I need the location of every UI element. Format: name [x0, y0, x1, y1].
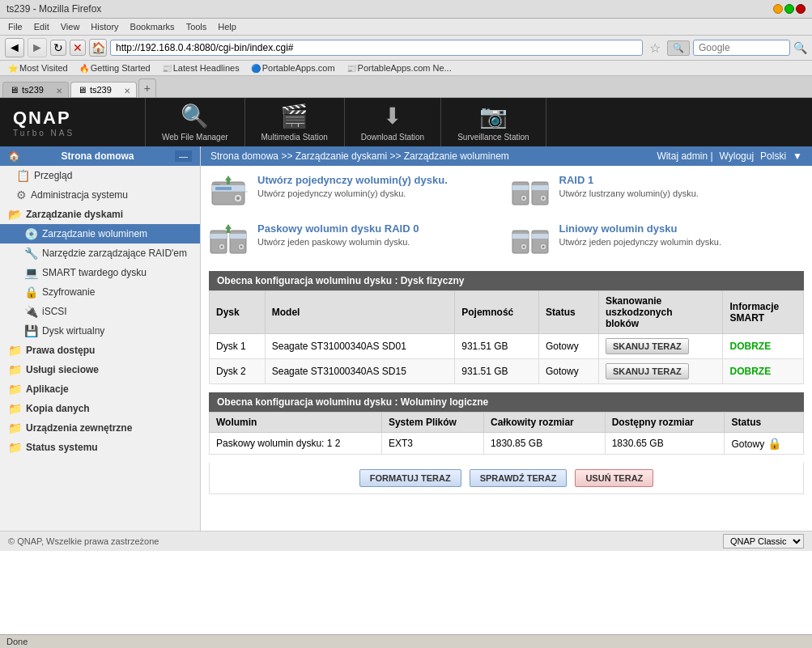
tab-1-close[interactable]: ✕ [53, 85, 65, 96]
bookmark-latest-headlines[interactable]: 📰 Latest Headlines [159, 62, 243, 74]
bookmark-getting-started[interactable]: 🔥 Getting Started [76, 62, 154, 74]
search-go-button[interactable]: 🔍 [793, 41, 807, 54]
sidebar-item-dysk-wirtualny[interactable]: 💾 Dysk wirtualny [0, 321, 200, 341]
sidebar-header: 🏠 Strona domowa — [0, 146, 200, 166]
smart-icon: 💻 [24, 266, 38, 279]
sidebar-section-uslugi[interactable]: 📁 Usługi sieciowe [0, 360, 200, 379]
uslugi-icon: 📁 [8, 363, 22, 376]
disk1-scan-button[interactable]: SKANUJ TERAZ [606, 338, 689, 354]
minimize-btn[interactable] [773, 4, 783, 14]
action-buttons-bar: FORMATUJ TERAZ SPRAWDŹ TERAZ USUŃ TERAZ [209, 463, 804, 494]
close-btn[interactable] [796, 4, 806, 14]
sidebar-section-zarzadzanie[interactable]: 📂 Zarządzanie dyskami [0, 205, 200, 224]
menu-history[interactable]: History [87, 20, 121, 33]
nav-web-file-manager[interactable]: 🔍 Web File Manager [146, 98, 245, 146]
bookmark-star[interactable]: ☆ [646, 40, 664, 56]
bookmark-most-visited-label: Most Visited [19, 63, 68, 73]
raid0-disk-icon [209, 222, 249, 263]
sidebar-section-prawa[interactable]: 📁 Prawa dostępu [0, 341, 200, 360]
tab-2[interactable]: 🖥 ts239 ✕ [70, 82, 137, 97]
sidebar-item-szyfrowanie[interactable]: 🔒 Szyfrowanie [0, 282, 200, 302]
raid1-disk-svg [511, 174, 550, 213]
svg-rect-7 [214, 201, 220, 202]
nav-web-file-manager-label: Web File Manager [162, 133, 228, 142]
forward-button[interactable]: ► [28, 38, 47, 57]
tab-2-close[interactable]: ✕ [121, 85, 133, 96]
nav-surveillance-station[interactable]: 📷 Surveillance Station [441, 98, 546, 146]
sidebar-item-wolumin[interactable]: 💿 Zarządzanie woluminem [0, 224, 200, 244]
disk2-smart: DOBRZE [723, 359, 804, 384]
check-button[interactable]: SPRAWDŹ TERAZ [470, 469, 568, 487]
volume-type-raid0[interactable]: Paskowy wolumin dysku RAID 0 Utwórz jede… [209, 222, 503, 263]
stop-button[interactable]: ✕ [70, 40, 86, 56]
breadcrumb: Strona domowa >> Zarządzanie dyskami >> … [201, 146, 812, 166]
qnap-header: QNAP Turbo NAS 🔍 Web File Manager 🎬 Mult… [0, 98, 812, 146]
back-button[interactable]: ◄ [5, 38, 24, 57]
svg-rect-30 [512, 234, 529, 239]
vol1-fs: EXT3 [381, 433, 483, 455]
raid0-volume-title[interactable]: Paskowy wolumin dysku RAID 0 [257, 222, 419, 235]
portableapps-ne-icon: 📰 [346, 64, 356, 73]
linear-volume-info: Liniowy wolumin dysku Utwórz jeden pojed… [559, 222, 722, 247]
svg-rect-20 [210, 234, 227, 239]
new-tab-button[interactable]: + [138, 78, 156, 97]
raid1-volume-info: RAID 1 Utwórz lustrzany wolumin(y) dysku… [559, 174, 699, 198]
bookmark-portableapps-ne[interactable]: 📰 PortableApps.com Ne... [343, 62, 455, 74]
logout-link[interactable]: Wyloguj [720, 150, 755, 162]
sidebar-section-kopia[interactable]: 📁 Kopia danych [0, 399, 200, 418]
getting-started-icon: 🔥 [79, 64, 89, 73]
disk2-scan-button[interactable]: SKANUJ TERAZ [606, 363, 689, 379]
sidebar: 🏠 Strona domowa — 📋 Przegląd ⚙ Administr… [0, 146, 201, 531]
raid1-disk-icon [511, 174, 551, 214]
format-button[interactable]: FORMATUJ TERAZ [359, 469, 461, 487]
nav-multimedia-station[interactable]: 🎬 Multimedia Station [245, 98, 345, 146]
sidebar-section-aplikacje[interactable]: 📁 Aplikacje [0, 379, 200, 399]
disk1-model: Seagate ST31000340AS SD01 [265, 334, 455, 359]
language-icon: ▼ [793, 150, 802, 162]
volume-type-raid1[interactable]: RAID 1 Utwórz lustrzany wolumin(y) dysku… [511, 174, 805, 214]
raid1-volume-title[interactable]: RAID 1 [559, 174, 699, 186]
bookmark-most-visited[interactable]: ⭐ Most Visited [5, 62, 71, 74]
linear-volume-title[interactable]: Liniowy wolumin dysku [559, 222, 722, 235]
col-pojemnosc: Pojemność [455, 291, 539, 334]
sidebar-item-iscsi[interactable]: 🔌 iSCSI [0, 302, 200, 321]
menu-help[interactable]: Help [215, 20, 240, 33]
sidebar-item-smart[interactable]: 💻 SMART twardego dysku [0, 263, 200, 282]
volume-type-single[interactable]: Utwórz pojedynczy wolumin(y) dysku. Utwó… [209, 174, 503, 214]
raid1-volume-desc: Utwórz lustrzany wolumin(y) dysku. [559, 188, 699, 198]
menu-file[interactable]: File [5, 20, 26, 33]
qnap-application: QNAP Turbo NAS 🔍 Web File Manager 🎬 Mult… [0, 98, 812, 551]
menu-edit[interactable]: Edit [31, 20, 53, 33]
single-volume-title[interactable]: Utwórz pojedynczy wolumin(y) dysku. [257, 174, 448, 186]
sidebar-section-urzadzenia[interactable]: 📁 Urządzenia zewnętrzne [0, 418, 200, 438]
search-input[interactable] [693, 40, 790, 56]
home-button[interactable]: 🏠 [89, 39, 107, 57]
address-bar[interactable] [110, 40, 643, 56]
tab-1[interactable]: 🖥 ts239 ✕ [2, 82, 69, 97]
bookmark-portableapps[interactable]: 🔵 PortableApps.com [248, 62, 338, 74]
nav-download-station[interactable]: ⬇ Download Station [345, 98, 441, 146]
vol1-name: Paskowy wolumin dysku: 1 2 [210, 433, 382, 455]
delete-button[interactable]: USUŃ TERAZ [575, 469, 653, 487]
theme-selector[interactable]: QNAP Classic [723, 534, 804, 548]
menu-tools[interactable]: Tools [183, 20, 210, 33]
dysk-wirtualny-icon: 💾 [24, 324, 38, 337]
menu-bookmarks[interactable]: Bookmarks [127, 20, 178, 33]
sidebar-item-raid[interactable]: 🔧 Narzędzie zarządzające RAID'em [0, 244, 200, 263]
tab-1-label: ts239 [22, 85, 44, 95]
sidebar-minimize-button[interactable]: — [175, 150, 192, 162]
sidebar-item-przeglad[interactable]: 📋 Przegląd [0, 166, 200, 185]
breadcrumb-text: Strona domowa >> Zarządzanie dyskami >> … [210, 150, 509, 162]
maximize-btn[interactable] [784, 4, 794, 14]
refresh-button[interactable]: ↻ [50, 40, 66, 56]
multimedia-station-icon: 🎬 [280, 103, 308, 129]
linear-disk-icon [511, 222, 551, 263]
menu-bar: File Edit View History Bookmarks Tools H… [0, 19, 812, 36]
volume-type-linear[interactable]: Liniowy wolumin dysku Utwórz jeden pojed… [511, 222, 805, 263]
qnap-logo-sub: Turbo NAS [13, 129, 132, 138]
svg-marker-26 [225, 224, 232, 229]
sidebar-item-administracja[interactable]: ⚙ Administracja systemu [0, 185, 200, 205]
col-skanowanie: Skanowanieuszkodzonychbloków [598, 291, 723, 334]
sidebar-section-status[interactable]: 📁 Status systemu [0, 438, 200, 457]
menu-view[interactable]: View [57, 20, 83, 33]
